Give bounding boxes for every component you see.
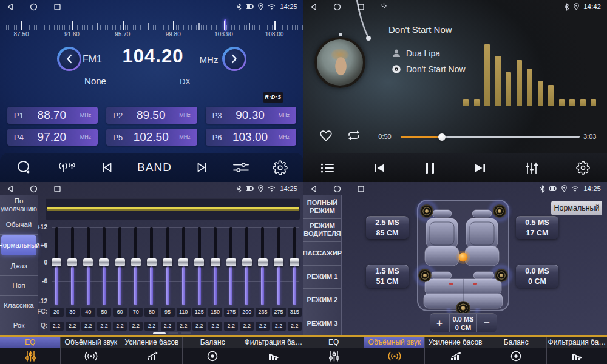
stage-mode-5[interactable]: РЕЖИМ 3 (304, 312, 341, 336)
stage-mode-4[interactable]: РЕЖИМ 2 (304, 289, 341, 312)
eq-slider-handle[interactable] (211, 258, 220, 266)
preset-button-p1[interactable]: P188.70MHz (7, 107, 98, 124)
nav-home-icon[interactable] (30, 185, 38, 193)
eq-slider-handle[interactable] (52, 258, 61, 266)
broadcast-button[interactable] (55, 160, 77, 175)
preset-frequency: 102.50 (123, 130, 179, 144)
preset-button-p5[interactable]: P5102.50MHz (106, 129, 197, 146)
pause-button[interactable] (424, 161, 436, 175)
eq-slider-handle[interactable] (274, 258, 283, 266)
stage-mode-3[interactable]: РЕЖИМ 1 (304, 266, 341, 289)
stage-mode-0[interactable]: ПОЛНЫЙ РЕЖИМ (304, 195, 341, 219)
total-time: 3:03 (583, 133, 604, 140)
ruler-tick (206, 25, 207, 30)
ruler-tick (59, 25, 60, 30)
tab-eq-sliders[interactable]: EQ (0, 337, 60, 364)
tune-up-button[interactable] (222, 47, 246, 71)
front-right-delay-button[interactable]: 0.5 MS 17 CM (516, 216, 558, 239)
audio-settings-button[interactable] (232, 161, 250, 174)
nav-back-icon[interactable] (310, 185, 317, 193)
eq-preset-0[interactable]: По умолчанию (0, 195, 38, 215)
stage-mode-1[interactable]: РЕЖИМ ВОДИТЕЛЯ (304, 219, 341, 243)
settings-button[interactable] (576, 161, 590, 175)
ruler-tick (262, 25, 262, 30)
tab-filter[interactable]: Фильтрация ба… (546, 337, 607, 364)
eq-preset-1[interactable]: Обычай (0, 215, 38, 235)
prev-station-button[interactable] (99, 161, 115, 174)
eq-preset-3[interactable]: Джаз (0, 256, 38, 276)
eq-slider-handle[interactable] (163, 258, 172, 266)
eq-slider-handle[interactable] (115, 258, 125, 266)
eq-slider-handle[interactable] (194, 258, 204, 266)
tab-label: Фильтрация ба… (547, 337, 607, 348)
eq-fc-value: 70 (129, 308, 143, 317)
nav-back-icon[interactable] (6, 185, 14, 193)
eq-slider-track (293, 228, 296, 259)
progress-fill (401, 136, 442, 138)
preset-button-p6[interactable]: P6103.00MHz (206, 129, 296, 146)
eq-slider-handle[interactable] (226, 258, 236, 266)
rear-left-delay-button[interactable]: 1.5 MS 51 CM (366, 265, 409, 288)
eq-preset-5[interactable]: Классика (0, 296, 38, 316)
favorite-button[interactable] (319, 129, 333, 142)
eq-preset-2[interactable]: Нормальный (1, 235, 36, 255)
scan-button[interactable] (16, 159, 33, 176)
tab-bass-boost[interactable]: Усиление басов (121, 337, 181, 364)
ruler-tick (115, 25, 116, 30)
ruler-tick (75, 25, 75, 30)
scroll-indicator[interactable] (181, 332, 191, 334)
front-left-delay-button[interactable]: 2.5 MS 85 CM (366, 216, 409, 239)
eq-slider-handle[interactable] (67, 258, 77, 266)
eq-slider-handle[interactable] (242, 258, 252, 266)
nav-home-icon[interactable] (30, 3, 38, 11)
nav-back-icon[interactable] (310, 3, 317, 11)
eq-preset-4[interactable]: Поп (0, 276, 38, 296)
frequency-ruler[interactable]: 87.5091.6095.7099.80103.90108.00 (0, 15, 304, 39)
nav-home-icon[interactable] (333, 185, 341, 193)
scroll-indicator[interactable] (153, 332, 166, 334)
tab-balance[interactable]: Баланс (486, 337, 546, 364)
progress-bar[interactable] (401, 136, 580, 138)
repeat-button[interactable] (346, 129, 362, 141)
settings-button[interactable] (273, 160, 288, 175)
nav-recents-icon[interactable] (53, 3, 61, 11)
stage-mode-2[interactable]: ПАССАЖИР (304, 242, 341, 266)
scroll-indicator[interactable] (168, 332, 178, 334)
ruler-tick (12, 25, 12, 30)
nav-back-icon[interactable] (6, 3, 14, 11)
tab-surround[interactable]: Объёмный звук (364, 337, 424, 364)
next-track-button[interactable] (473, 162, 487, 174)
sound-tabs-stage: EQОбъёмный звукУсиление басовБалансФильт… (304, 335, 607, 364)
nav-recents-icon[interactable] (357, 185, 365, 193)
visualizer-bar (527, 69, 532, 106)
band-switch-button[interactable]: BAND (137, 161, 172, 174)
delay-plus-button[interactable]: + (430, 314, 449, 332)
eq-slider-handle[interactable] (83, 258, 93, 266)
preset-button-p2[interactable]: P289.50MHz (106, 107, 197, 124)
delay-minus-button[interactable]: − (477, 314, 497, 332)
tab-filter[interactable]: Фильтрация ба… (243, 337, 304, 364)
preset-button-p4[interactable]: P497.20MHz (7, 129, 98, 146)
tab-balance[interactable]: Баланс (182, 337, 243, 364)
nav-home-icon[interactable] (333, 3, 341, 11)
eq-slider-handle[interactable] (131, 258, 141, 266)
eq-slider-handle[interactable] (99, 258, 109, 266)
eq-slider-handle[interactable] (290, 258, 299, 266)
progress-thumb[interactable] (438, 133, 446, 141)
tab-bass-boost[interactable]: Усиление басов (424, 337, 485, 364)
next-station-button[interactable] (194, 161, 210, 174)
eq-slider-handle[interactable] (258, 258, 268, 266)
equalizer-button[interactable] (524, 161, 539, 175)
eq-preset-6[interactable]: Рок (0, 315, 38, 335)
prev-track-button[interactable] (372, 162, 387, 174)
tab-surround[interactable]: Объёмный звук (60, 337, 121, 364)
nav-recents-icon[interactable] (53, 185, 61, 193)
nav-recents-icon[interactable] (357, 3, 365, 11)
tab-eq-sliders[interactable]: EQ (304, 337, 364, 364)
eq-slider-handle[interactable] (147, 258, 157, 266)
playlist-button[interactable] (320, 163, 335, 174)
rear-right-delay-button[interactable]: 0.0 MS 0 CM (516, 265, 558, 288)
eq-slider-handle[interactable] (178, 258, 188, 266)
ruler-tick (82, 25, 83, 30)
preset-button-p3[interactable]: P390.30MHz (206, 107, 296, 124)
